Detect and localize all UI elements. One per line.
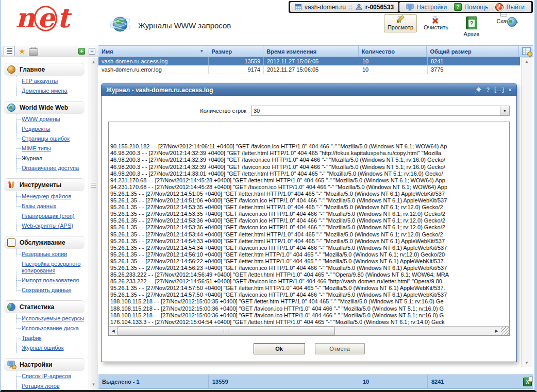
sidebar-link[interactable]: Web-скрипты (APS) bbox=[22, 223, 73, 229]
sidebar-link[interactable]: Менеджер файлов bbox=[22, 193, 71, 199]
sidebar-item-ftp[interactable]: FTP аккаунты bbox=[16, 76, 88, 86]
settings-link-group[interactable]: Настройки bbox=[406, 4, 447, 11]
settings-link[interactable]: Настройки bbox=[416, 4, 447, 11]
sidebar-item-disk-usage[interactable]: Использование диска bbox=[16, 323, 88, 333]
sidebar-item-cron[interactable]: Планировщик (cron) bbox=[16, 211, 88, 221]
view-button[interactable]: Просмотр bbox=[384, 14, 417, 32]
section-header-main[interactable]: Главное bbox=[4, 63, 85, 76]
sidebar-link[interactable]: WWW домены bbox=[22, 116, 60, 122]
section-header-stats[interactable]: Статистика bbox=[4, 300, 85, 313]
sidebar-splitter-grip[interactable] bbox=[91, 183, 96, 189]
column-header-total[interactable]: Общий размер bbox=[427, 46, 519, 57]
resize-grip[interactable] bbox=[501, 327, 509, 335]
sidebar-link[interactable]: Импорт пользователя bbox=[22, 277, 79, 283]
collapse-all-button[interactable]: − bbox=[89, 48, 95, 55]
dialog-expand-icon[interactable]: [↔] bbox=[494, 87, 504, 93]
sidebar-link[interactable]: Резервные копии bbox=[22, 251, 67, 257]
scrollbar-thumb[interactable] bbox=[118, 327, 335, 335]
sidebar-link[interactable]: Базы данных bbox=[22, 203, 56, 209]
sidebar-link[interactable]: Список IP-адресов bbox=[22, 373, 71, 379]
sidebar-link[interactable]: Использование диска bbox=[22, 325, 79, 331]
cancel-button[interactable]: Отмена bbox=[315, 343, 365, 354]
sidebar-item-aps[interactable]: Web-скрипты (APS) bbox=[16, 221, 88, 231]
table-row-error-log[interactable]: vash-domen.ru.error.log 9174 2012.11.27 … bbox=[98, 65, 520, 74]
sidebar-link[interactable]: Настройка резервного копирования bbox=[22, 261, 80, 274]
sidebar-link[interactable]: Ротация логов bbox=[22, 383, 60, 389]
sidebar-scrollbar[interactable]: ▲ ▼ bbox=[89, 58, 98, 390]
column-header-mtime[interactable]: Время изменения bbox=[263, 46, 359, 57]
sidebar-item-journal-current[interactable]: Журнал bbox=[16, 154, 88, 163]
dialog-titlebar[interactable]: Журнал - vash-domen.ru.access.log ? [↔] … bbox=[102, 84, 516, 96]
sidebar-item-backup-settings[interactable]: Настройка резервного копирования bbox=[16, 259, 88, 276]
download-button[interactable]: Скачать bbox=[491, 14, 524, 26]
column-header-count[interactable]: Количество bbox=[359, 46, 427, 57]
sidebar-item-ip-list[interactable]: Список IP-адресов bbox=[16, 371, 88, 381]
sidebar-link[interactable]: Используемые ресурсы bbox=[22, 315, 84, 321]
sidebar-item-access-restrict[interactable]: Ограничение доступа bbox=[16, 163, 88, 173]
sidebar-item-log-rotation[interactable]: Ротация логов bbox=[16, 381, 88, 390]
sidebar-item-error-pages[interactable]: Страницы ошибок bbox=[16, 134, 88, 144]
sidebar-link[interactable]: Редиректы bbox=[22, 126, 50, 132]
sidebar-item-save-data[interactable]: Сохранить данные bbox=[16, 285, 88, 295]
table-row-access-log[interactable]: vash-domen.ru.access.log 13559 2012.11.2… bbox=[98, 57, 520, 65]
scroll-left-icon[interactable]: ◀ bbox=[109, 327, 118, 335]
rows-count-select[interactable]: 30 ▼ bbox=[251, 106, 510, 116]
sidebar-item-resources[interactable]: Используемые ресурсы bbox=[16, 314, 88, 323]
sidebar-item-error-log[interactable]: Журнал ошибок bbox=[16, 343, 88, 353]
section-header-settings[interactable]: Настройки bbox=[4, 358, 85, 371]
table-scroll-down-icon[interactable]: ▼ bbox=[522, 361, 532, 365]
log-horizontal-scrollbar[interactable]: ◀ ▶ bbox=[109, 326, 509, 335]
column-header-name[interactable]: Имя ▼ bbox=[98, 46, 208, 57]
menu-view-list-button[interactable] bbox=[4, 46, 15, 56]
sidebar-link[interactable]: Журнал ошибок bbox=[22, 345, 64, 351]
sidebar-item-traffic[interactable]: Трафик bbox=[16, 333, 88, 343]
section-header-tools[interactable]: Инструменты bbox=[4, 178, 85, 191]
sidebar-item-backups[interactable]: Резервные копии bbox=[16, 249, 88, 259]
table-settings-icon[interactable] bbox=[522, 47, 531, 55]
table-scroll-up-icon[interactable]: ▲ bbox=[522, 59, 532, 64]
ok-button[interactable]: Ok bbox=[254, 343, 305, 354]
sidebar-link[interactable]: FTP аккаунты bbox=[22, 78, 58, 84]
scroll-right-icon[interactable]: ▶ bbox=[492, 327, 501, 335]
sidebar-link[interactable]: Трафик bbox=[22, 335, 41, 341]
sidebar-item-redirects[interactable]: Редиректы bbox=[16, 124, 88, 134]
pin-icon[interactable] bbox=[475, 87, 482, 94]
cell-mtime: 2012.11.27 15:06:05 bbox=[264, 57, 359, 65]
scrollbar-track[interactable] bbox=[118, 327, 492, 335]
sidebar-link[interactable]: Страницы ошибок bbox=[22, 135, 70, 142]
log-output[interactable]: 90.155.210.182 - - [27/Nov/2012:14:06:11… bbox=[109, 122, 509, 326]
clear-button[interactable]: Очистить bbox=[419, 14, 452, 32]
sidebar-link[interactable]: Доменные имена bbox=[22, 88, 68, 94]
sidebar-link[interactable]: Ограничение доступа bbox=[22, 165, 79, 171]
table-vertical-scrollbar[interactable]: ▲ ▼ bbox=[521, 57, 532, 367]
logout-link[interactable]: Выйти bbox=[506, 4, 525, 11]
sidebar-item-user-import[interactable]: Импорт пользователя bbox=[16, 276, 88, 285]
dialog-help-icon[interactable]: ? bbox=[486, 87, 490, 93]
briefcase-icon[interactable] bbox=[29, 48, 38, 56]
sidebar-link[interactable]: Планировщик (cron) bbox=[22, 213, 75, 219]
dialog-close-icon[interactable]: × bbox=[509, 87, 512, 93]
section-header-www[interactable]: World Wide Web bbox=[4, 101, 85, 114]
help-link[interactable]: Помощь bbox=[464, 4, 488, 11]
sidebar-item-file-manager[interactable]: Менеджер файлов bbox=[16, 192, 88, 201]
sidebar-item-www-domains[interactable]: WWW домены bbox=[16, 114, 88, 124]
expand-all-button[interactable]: + bbox=[78, 48, 85, 55]
log-line: 95.26.1.35 - - [27/Nov/2012:14:53:36 +04… bbox=[110, 217, 509, 224]
sidebar-item-domains[interactable]: Доменные имена bbox=[16, 86, 88, 96]
logout-link-group[interactable]: Выйти bbox=[495, 3, 525, 11]
log-line: 95.26.1.35 - - [27/Nov/2012:14:56:10 +04… bbox=[110, 251, 509, 258]
favorites-star-icon[interactable]: ★ bbox=[19, 47, 25, 55]
help-link-group[interactable]: ? Помощь bbox=[454, 3, 488, 11]
dialog-body: Количество строк 30 ▼ 90.155.210.182 - -… bbox=[102, 96, 516, 354]
sidebar-link[interactable]: Сохранить данные bbox=[22, 287, 71, 293]
sidebar-item-mime[interactable]: MIME типы bbox=[16, 144, 88, 154]
sidebar-item-databases[interactable]: Базы данных bbox=[16, 201, 88, 211]
column-header-size[interactable]: Размер bbox=[208, 46, 263, 57]
sidebar-scroll-up-icon[interactable]: ▲ bbox=[89, 60, 98, 64]
sidebar-link[interactable]: MIME типы bbox=[22, 145, 51, 151]
dropdown-arrow-icon[interactable]: ▼ bbox=[500, 106, 509, 115]
sidebar-scroll-down-icon[interactable]: ▼ bbox=[89, 382, 98, 387]
archive-button[interactable]: ? Архив bbox=[455, 14, 488, 39]
section-header-service[interactable]: Обслуживание bbox=[4, 236, 85, 249]
export-excel-icon[interactable]: X bbox=[523, 378, 532, 386]
